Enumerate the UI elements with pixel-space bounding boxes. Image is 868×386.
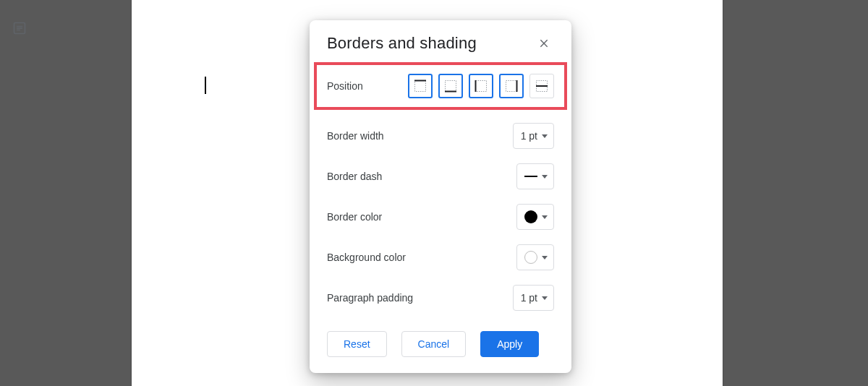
svg-rect-10 bbox=[476, 81, 487, 92]
svg-rect-12 bbox=[506, 81, 517, 92]
color-swatch-black bbox=[524, 210, 537, 223]
cancel-button[interactable]: Cancel bbox=[401, 331, 467, 357]
border-color-select[interactable] bbox=[516, 204, 554, 230]
position-row-highlight: Position bbox=[314, 62, 567, 110]
cancel-label: Cancel bbox=[418, 338, 450, 350]
border-dash-row: Border dash bbox=[310, 156, 571, 197]
border-right-icon bbox=[505, 80, 518, 93]
paragraph-padding-value: 1 pt bbox=[521, 292, 537, 304]
border-width-select[interactable]: 1 pt bbox=[513, 123, 554, 149]
dialog-header: Borders and shading bbox=[310, 20, 571, 61]
position-border-right[interactable] bbox=[499, 74, 524, 98]
apply-label: Apply bbox=[497, 338, 522, 350]
background-color-select[interactable] bbox=[516, 244, 554, 270]
position-border-top[interactable] bbox=[408, 74, 433, 98]
text-cursor bbox=[205, 77, 206, 94]
list-outline-icon bbox=[12, 21, 27, 35]
dialog-footer: Reset Cancel Apply bbox=[310, 318, 571, 357]
svg-rect-6 bbox=[415, 81, 426, 92]
border-between-icon bbox=[535, 80, 548, 93]
reset-label: Reset bbox=[344, 338, 370, 350]
chevron-down-icon bbox=[542, 215, 548, 219]
paragraph-padding-select[interactable]: 1 pt bbox=[513, 285, 554, 311]
border-width-label: Border width bbox=[327, 130, 384, 142]
chevron-down-icon bbox=[542, 256, 548, 260]
close-button[interactable] bbox=[534, 33, 554, 53]
border-width-row: Border width 1 pt bbox=[310, 116, 571, 156]
position-border-bottom[interactable] bbox=[438, 74, 463, 98]
reset-button[interactable]: Reset bbox=[327, 331, 387, 357]
chevron-down-icon bbox=[542, 296, 548, 300]
color-swatch-none bbox=[524, 251, 537, 264]
svg-rect-8 bbox=[446, 81, 456, 92]
background-color-row: Background color bbox=[310, 237, 571, 278]
position-border-left[interactable] bbox=[469, 74, 493, 98]
position-label: Position bbox=[327, 80, 363, 92]
border-top-icon bbox=[414, 80, 427, 93]
border-width-value: 1 pt bbox=[521, 130, 537, 142]
apply-button[interactable]: Apply bbox=[480, 331, 539, 357]
border-bottom-icon bbox=[444, 80, 457, 93]
position-border-between[interactable] bbox=[529, 74, 554, 98]
paragraph-padding-label: Paragraph padding bbox=[327, 292, 413, 304]
border-dash-select[interactable] bbox=[516, 163, 554, 189]
border-dash-label: Border dash bbox=[327, 171, 382, 182]
dash-solid-icon bbox=[524, 176, 537, 177]
chevron-down-icon bbox=[542, 175, 548, 179]
position-options bbox=[408, 74, 554, 98]
paragraph-padding-row: Paragraph padding 1 pt bbox=[310, 278, 571, 318]
border-left-icon bbox=[475, 80, 488, 93]
document-outline-button[interactable] bbox=[12, 20, 27, 36]
dialog-title: Borders and shading bbox=[327, 34, 477, 53]
border-color-row: Border color bbox=[310, 197, 571, 237]
borders-and-shading-dialog: Borders and shading Position bbox=[310, 20, 571, 373]
border-color-label: Border color bbox=[327, 211, 382, 223]
close-icon bbox=[538, 38, 550, 49]
chevron-down-icon bbox=[542, 134, 548, 138]
background-color-label: Background color bbox=[327, 252, 406, 263]
